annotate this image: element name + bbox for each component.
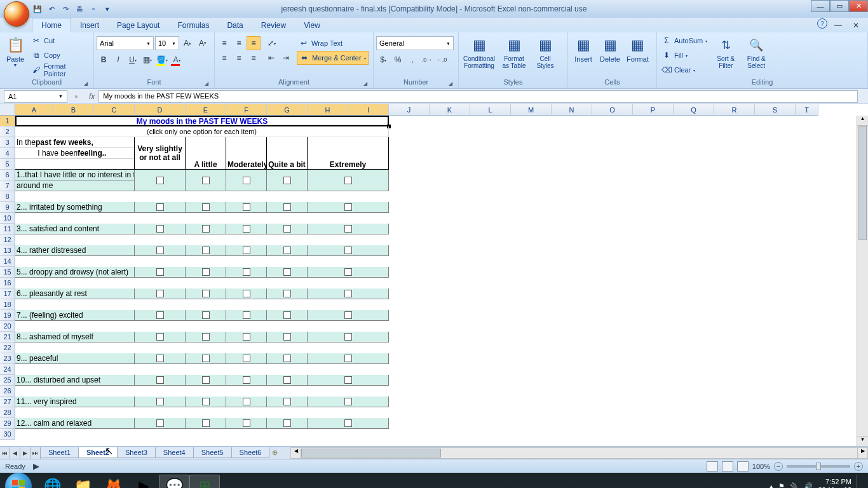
sheet-tab-sheet2[interactable]: Sheet2 bbox=[78, 447, 118, 458]
row-header-28[interactable]: 28 bbox=[0, 407, 15, 418]
taskbar-ie[interactable]: 🌐 bbox=[37, 475, 67, 488]
zoom-in-button[interactable]: + bbox=[854, 462, 863, 471]
cut-button[interactable]: ✂Cut bbox=[29, 34, 91, 48]
item-11-option-3[interactable] bbox=[267, 418, 308, 429]
vertical-scrollbar[interactable]: ▲ ▼ bbox=[857, 116, 868, 446]
item-label-8[interactable]: 9... peaceful bbox=[15, 353, 135, 364]
sort-filter-button[interactable]: ⇅Sort & Filter bbox=[712, 34, 740, 71]
item-7-option-4[interactable] bbox=[308, 332, 389, 342]
item-3-option-0[interactable] bbox=[135, 245, 186, 256]
format-cells-button[interactable]: ▦Format bbox=[624, 34, 651, 64]
item-7-option-0[interactable] bbox=[135, 332, 186, 342]
font-size-combo[interactable]: 10▼ bbox=[155, 36, 179, 50]
item-5-option-2[interactable] bbox=[226, 288, 267, 299]
format-as-table-button[interactable]: ▦Format as Table bbox=[498, 34, 530, 71]
cell-intro1[interactable]: In the past few weeks, bbox=[15, 137, 135, 148]
item-3-option-2[interactable] bbox=[226, 245, 267, 256]
column-header-A[interactable]: A bbox=[15, 104, 53, 116]
tab-insert[interactable]: Insert bbox=[71, 18, 108, 32]
format-painter-button[interactable]: 🖌Format Painter bbox=[29, 63, 91, 77]
row-header-27[interactable]: 27 bbox=[0, 396, 15, 407]
taskbar-media[interactable]: ▶ bbox=[128, 475, 159, 488]
item-6-option-2[interactable] bbox=[226, 310, 267, 321]
sheet-last-button[interactable]: ⏭ bbox=[31, 447, 41, 459]
item-0-option-4[interactable] bbox=[308, 170, 389, 191]
item-10-option-3[interactable] bbox=[267, 396, 308, 407]
office-button[interactable] bbox=[4, 1, 29, 27]
column-header-H[interactable]: H bbox=[308, 104, 348, 116]
row-header-1[interactable]: 1 bbox=[0, 116, 15, 126]
item-label-9[interactable]: 10... disturbed and upset bbox=[15, 375, 135, 386]
column-header-K[interactable]: K bbox=[430, 104, 470, 116]
item-label-1[interactable]: 2... irritated by something bbox=[15, 202, 135, 213]
item-1-option-0[interactable] bbox=[135, 202, 186, 213]
border-button[interactable]: ▦▾ bbox=[140, 53, 154, 67]
column-header-O[interactable]: O bbox=[592, 104, 633, 116]
alignment-launcher[interactable]: ◢ bbox=[361, 79, 369, 88]
taskbar-explorer[interactable]: 📁 bbox=[67, 475, 98, 488]
workbook-close-icon[interactable]: ✕ bbox=[849, 18, 863, 32]
qat-new-icon[interactable]: ▫ bbox=[88, 3, 99, 15]
align-left-button[interactable]: ≡ bbox=[217, 51, 231, 65]
page-layout-view-button[interactable] bbox=[722, 461, 733, 471]
item-1-option-1[interactable] bbox=[186, 202, 226, 213]
row-header-8[interactable]: 8 bbox=[0, 191, 15, 202]
item-2-option-0[interactable] bbox=[135, 224, 186, 234]
item-10-option-2[interactable] bbox=[226, 396, 267, 407]
column-header-M[interactable]: M bbox=[511, 104, 552, 116]
row-header-17[interactable]: 17 bbox=[0, 288, 15, 299]
item-8-option-3[interactable] bbox=[267, 353, 308, 364]
item-label-3[interactable]: 4... rather distressed bbox=[15, 245, 135, 256]
item-9-option-0[interactable] bbox=[135, 375, 186, 386]
item-4-option-4[interactable] bbox=[308, 267, 389, 278]
row-header-16[interactable]: 16 bbox=[0, 278, 15, 288]
item-5-option-4[interactable] bbox=[308, 288, 389, 299]
cell-subtitle[interactable]: (click only one option for each item) bbox=[15, 126, 389, 137]
cancel-formula-icon[interactable]: ● bbox=[74, 93, 78, 100]
item-1-option-3[interactable] bbox=[267, 202, 308, 213]
item-11-option-4[interactable] bbox=[308, 418, 389, 429]
item-8-option-0[interactable] bbox=[135, 353, 186, 364]
item-3-option-3[interactable] bbox=[267, 245, 308, 256]
item-4-option-0[interactable] bbox=[135, 267, 186, 278]
font-color-button[interactable]: A▾ bbox=[170, 53, 184, 67]
scale-header-0[interactable]: Very slightlyor not at all bbox=[135, 137, 186, 170]
show-desktop-button[interactable] bbox=[857, 475, 863, 488]
macro-record-icon[interactable]: ▶ bbox=[33, 461, 39, 471]
tray-clock[interactable]: 7:52 PM 30-May-12 bbox=[818, 478, 851, 488]
row-header-30[interactable]: 30 bbox=[0, 429, 15, 440]
item-5-option-1[interactable] bbox=[186, 288, 226, 299]
item-9-option-2[interactable] bbox=[226, 375, 267, 386]
tray-show-hidden-icon[interactable]: ▴ bbox=[770, 482, 773, 489]
item-label-6[interactable]: 7... (feeling) excited bbox=[15, 310, 135, 321]
item-2-option-2[interactable] bbox=[226, 224, 267, 234]
zoom-out-button[interactable]: − bbox=[774, 462, 783, 471]
close-button[interactable]: ✕ bbox=[849, 0, 868, 12]
align-middle-button[interactable]: ≡ bbox=[232, 36, 246, 50]
row-header-4[interactable]: 4 bbox=[0, 148, 15, 159]
row-header-24[interactable]: 24 bbox=[0, 364, 15, 375]
sheet-next-button[interactable]: ▶ bbox=[20, 447, 31, 459]
row-header-11[interactable]: 11 bbox=[0, 224, 15, 234]
align-bottom-button[interactable]: ≡ bbox=[247, 36, 261, 50]
column-header-S[interactable]: S bbox=[755, 104, 796, 116]
qat-undo-icon[interactable]: ↶ bbox=[46, 3, 57, 15]
item-6-option-0[interactable] bbox=[135, 310, 186, 321]
row-header-29[interactable]: 29 bbox=[0, 418, 15, 429]
item-11-option-2[interactable] bbox=[226, 418, 267, 429]
column-header-P[interactable]: P bbox=[633, 104, 674, 116]
item-10-option-4[interactable] bbox=[308, 396, 389, 407]
zoom-slider[interactable] bbox=[787, 465, 850, 468]
decrease-indent-button[interactable]: ⇤ bbox=[264, 51, 278, 65]
help-icon[interactable]: ? bbox=[817, 18, 827, 29]
item-4-option-2[interactable] bbox=[226, 267, 267, 278]
fill-color-button[interactable]: 🪣▾ bbox=[155, 53, 169, 67]
row-header-13[interactable]: 13 bbox=[0, 245, 15, 256]
fx-icon[interactable]: fx bbox=[89, 92, 95, 101]
conditional-formatting-button[interactable]: ▦Conditional Formatting bbox=[461, 34, 497, 71]
font-launcher[interactable]: ◢ bbox=[202, 79, 210, 88]
tab-formulas[interactable]: Formulas bbox=[168, 18, 218, 32]
item-0-option-0[interactable] bbox=[135, 170, 186, 191]
sheet-tab-sheet3[interactable]: Sheet3 bbox=[117, 447, 156, 458]
decrease-decimal-button[interactable]: ←.0 bbox=[435, 53, 449, 67]
